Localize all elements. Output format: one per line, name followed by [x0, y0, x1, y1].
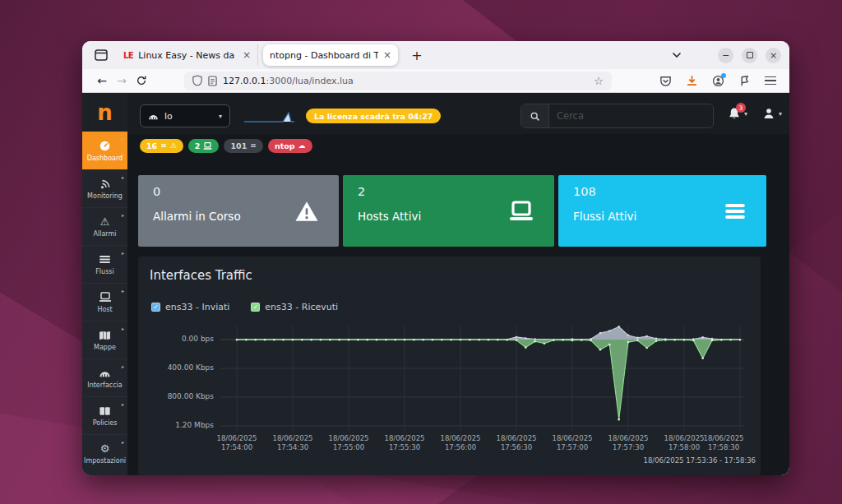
sidebar-item-label: Interfaccia [87, 381, 122, 389]
sidebar-item-allarmi[interactable]: ⚠ Allarmi ▸ [82, 207, 127, 245]
account-button[interactable] [712, 75, 724, 87]
caret-right-icon: ▸ [122, 212, 124, 218]
time-range-label: 18/06/2025 17:53:36 - 17:58:36 [643, 456, 756, 465]
x-tick-label: 18/06/202517:56:30 [488, 434, 545, 453]
alerts-count-badge[interactable]: 16 ≡ ⚠ [140, 139, 183, 153]
legend-item-ricevuti[interactable]: ✓ ens33 - Ricevuti [251, 302, 338, 312]
sidebar-item-flussi[interactable]: Flussi ▸ [82, 245, 127, 283]
card-allarmi-in-corso[interactable]: 0 Allarmi in Corso [138, 175, 339, 247]
x-axis-labels: 18/06/202517:54:0018/06/202517:54:3018/0… [220, 434, 744, 455]
flows-icon [99, 253, 111, 266]
laptop-icon [508, 201, 534, 222]
x-tick-label: 18/06/202517:57:30 [599, 434, 657, 453]
chart-title: Interfaces Traffic [150, 268, 252, 283]
legend-label: ens33 - Ricevuti [265, 302, 338, 312]
sidebar-item-interfaccia[interactable]: Interfaccia ▸ [82, 358, 127, 396]
sidebar-item-label: Allarmi [94, 230, 117, 238]
sidebar-item-label: Flussi [95, 268, 113, 275]
url-text[interactable]: 127.0.0.1:3000/lua/index.lua [223, 76, 354, 86]
chart-legend: ✓ ens33 - Inviati ✓ ens33 - Ricevuti [151, 302, 338, 312]
card-flussi-attivi[interactable]: 108 Flussi Attivi [558, 175, 766, 247]
warning-icon: ⚠ [170, 142, 177, 150]
sidebar-item-mappe[interactable]: Mappe ▸ [82, 321, 127, 358]
interface-dome-icon [99, 367, 111, 379]
notification-count-badge: 3 [736, 103, 746, 113]
flows-icon [724, 203, 747, 220]
search-icon-segment [521, 104, 549, 127]
badge-value: 2 [195, 141, 201, 150]
search-input[interactable] [549, 104, 713, 127]
interface-select[interactable]: lo ▾ [140, 104, 230, 127]
toolbar-right-icons [659, 75, 780, 87]
y-tick-label: 0.00 bps [182, 335, 214, 343]
card-hosts-attivi[interactable]: 2 Hosts Attivi [343, 175, 554, 247]
caret-down-icon: ▾ [219, 113, 222, 120]
sidebar-item-label: Impostazioni [84, 457, 126, 465]
maximize-icon [747, 52, 753, 58]
download-icon [686, 75, 698, 87]
monitoring-icon [99, 178, 111, 190]
minimize-button[interactable]: − [718, 48, 733, 63]
maximize-button[interactable] [742, 48, 757, 63]
sidebar-item-dashboard[interactable]: Dashboard ▸ [82, 132, 127, 169]
caret-right-icon: ▸ [122, 326, 124, 331]
menu-button[interactable] [765, 76, 776, 86]
forward-button[interactable]: → [112, 74, 132, 87]
flows-count-badge[interactable]: 101 ≡ [224, 139, 262, 153]
extensions-button[interactable] [738, 75, 751, 87]
checkbox-icon[interactable]: ✓ [251, 303, 260, 312]
checkbox-icon[interactable]: ✓ [151, 303, 160, 312]
warning-icon: ⚠ [100, 215, 110, 228]
card-label: Allarmi in Corso [153, 210, 241, 223]
card-label: Hosts Attivi [358, 210, 421, 223]
x-tick-label: 18/06/202517:57:00 [544, 434, 601, 453]
sidebar-item-host[interactable]: Host ▸ [82, 283, 127, 321]
window-controls: − × [672, 48, 781, 63]
tab-list-button[interactable] [672, 52, 682, 58]
downloads-button[interactable] [686, 75, 698, 87]
tab-title: Linux Easy - News da Mon [138, 50, 238, 61]
legend-item-inviati[interactable]: ✓ ens33 - Inviati [151, 302, 229, 312]
badge-value: ntop [275, 141, 295, 150]
caret-right-icon: ▸ [122, 288, 124, 294]
url-host: 127.0.0.1 [223, 76, 266, 86]
firefox-view-button[interactable] [90, 44, 112, 66]
pocket-button[interactable] [659, 75, 672, 87]
notifications-menu[interactable]: 3 ▾ [728, 107, 747, 120]
hosts-count-badge[interactable]: 2 [188, 139, 220, 153]
browser-toolbar: ← → 127.0.0.1:3000/lua/index.lua ☆ [82, 69, 789, 93]
card-value: 0 [153, 185, 160, 198]
y-tick-label: 1.20 Mbps [175, 421, 214, 429]
browser-window: LE Linux Easy - News da Mon × ntopng - D… [82, 41, 789, 475]
gear-icon: ⚙ [100, 442, 110, 455]
search-box[interactable] [520, 104, 714, 128]
menu-icon: ≡ [250, 142, 257, 150]
traffic-chart[interactable] [220, 326, 744, 431]
caret-right-icon: ▸ [122, 250, 124, 256]
y-tick-label: 400.00 Kbps [168, 363, 214, 372]
caret-right-icon: ▸ [122, 174, 124, 180]
tab-close-icon[interactable]: × [383, 50, 391, 60]
sidebar-item-label: Host [97, 306, 112, 313]
close-button[interactable]: × [766, 48, 781, 63]
back-button[interactable]: ← [92, 74, 112, 87]
badge-value: 16 [146, 141, 157, 150]
sidebar-item-policies[interactable]: Policies ▸ [82, 396, 127, 434]
traffic-sparkline [243, 111, 296, 124]
sidebar-item-impostazioni[interactable]: ⚙ Impostazioni ▸ [82, 434, 127, 472]
x-tick-label: 18/06/202517:58:30 [695, 434, 752, 453]
url-bar[interactable]: 127.0.0.1:3000/lua/index.lua ☆ [184, 72, 612, 90]
bookmark-star-icon[interactable]: ☆ [594, 75, 604, 87]
tab-close-icon[interactable]: × [243, 50, 251, 60]
tab-ntopng[interactable]: ntopng - Dashboard di Traffic × [263, 44, 398, 66]
tab-linux-easy[interactable]: LE Linux Easy - News da Mon × [117, 44, 258, 66]
extensions-icon [738, 75, 751, 87]
reload-button[interactable] [132, 75, 151, 86]
card-label: Flussi Attivi [573, 210, 636, 223]
book-icon [99, 405, 111, 417]
user-menu[interactable]: ▾ [762, 107, 782, 120]
shield-icon [192, 75, 202, 86]
new-tab-button[interactable]: + [408, 48, 426, 63]
ntop-cloud-badge[interactable]: ntop ☁ [268, 139, 312, 153]
sidebar-item-monitoring[interactable]: Monitoring ▸ [82, 169, 127, 207]
